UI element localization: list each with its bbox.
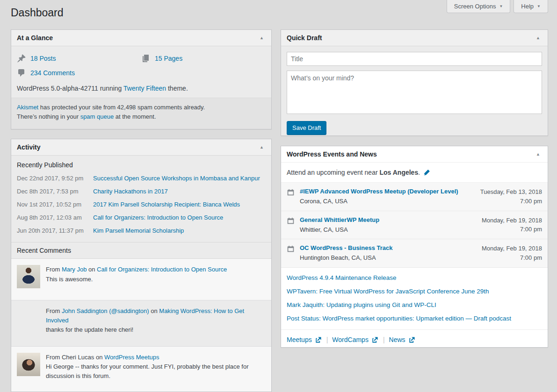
draft-title-input[interactable] bbox=[287, 52, 542, 66]
wordcamps-label: WordCamps bbox=[332, 336, 369, 343]
event-location: Huntington Beach, CA, USA bbox=[300, 254, 463, 263]
edit-city-pencil-icon[interactable] bbox=[423, 169, 431, 176]
pages-link[interactable]: 15 Pages bbox=[155, 55, 182, 62]
chevron-down-icon: ▼ bbox=[537, 5, 541, 8]
event-datetime: Monday, Feb 19, 2018 7:00 pm bbox=[468, 216, 542, 235]
news-link[interactable]: Post Status: WordPress market opportunit… bbox=[287, 312, 542, 325]
meetups-link[interactable]: Meetups bbox=[287, 336, 322, 343]
version-text: WordPress 5.0-alpha-42711 running bbox=[17, 85, 123, 92]
help-button[interactable]: Help ▼ bbox=[514, 0, 548, 13]
comment-text: Hi George -- thanks for your comment. Ju… bbox=[46, 362, 266, 380]
event-title-link[interactable]: OC WordPress - Business Track bbox=[300, 244, 392, 253]
published-row: Jun 20th 2017, 11:37 pm Kim Parsell Memo… bbox=[17, 227, 266, 234]
published-post-link[interactable]: 2017 Kim Parsell Scholarship Recipient: … bbox=[93, 201, 240, 208]
at-a-glance-body: 18 Posts 15 Pages 234 Comments WordPress… bbox=[11, 46, 271, 98]
comment-from-label: From bbox=[46, 266, 62, 273]
attend-text: Attend an upcoming event near Los Angele… bbox=[287, 169, 420, 176]
akismet-line2: There’s nothing in your spam queue at th… bbox=[17, 112, 266, 121]
right-column: Quick Draft ▲ Save Draft WordPress Event… bbox=[281, 29, 548, 348]
comment-text: thanks for the update here cheri! bbox=[46, 325, 266, 335]
comment-author-link[interactable]: Mary Job bbox=[62, 266, 87, 273]
footer-divider: | bbox=[383, 336, 385, 343]
avatar bbox=[17, 265, 40, 288]
collapse-toggle-icon[interactable]: ▲ bbox=[534, 150, 542, 158]
page-title: Dashboard bbox=[11, 7, 64, 19]
comment-from-label: From Cheri Lucas on bbox=[46, 354, 104, 361]
news-links-list: WordPress 4.9.4 Maintenance Release WPTa… bbox=[281, 268, 548, 329]
published-row: Nov 1st 2017, 10:52 pm 2017 Kim Parsell … bbox=[17, 201, 266, 208]
quick-draft-body: Save Draft bbox=[281, 46, 548, 136]
akismet-line1: Akismet has protected your site from 42,… bbox=[17, 103, 266, 112]
glance-counts: 18 Posts 15 Pages 234 Comments bbox=[17, 54, 266, 78]
published-post-link[interactable]: Call for Organizers: Introduction to Ope… bbox=[93, 214, 223, 221]
draft-content-textarea[interactable] bbox=[287, 71, 542, 114]
calendar-icon bbox=[287, 188, 295, 196]
published-post-link[interactable]: Successful Open Source Workshops in Momb… bbox=[93, 175, 260, 182]
event-title-link[interactable]: #IEWP Advanced WordPress Meetup (Develop… bbox=[300, 187, 458, 196]
widget-title: WordPress Events and News bbox=[287, 150, 377, 158]
comment-item: From John Saddington (@saddington) on Ma… bbox=[11, 300, 271, 347]
meetups-label: Meetups bbox=[287, 336, 312, 343]
published-post-link[interactable]: Charity Hackathons in 2017 bbox=[93, 188, 168, 195]
event-datetime: Tuesday, Feb 13, 2018 7:00 pm bbox=[468, 187, 542, 206]
event-city: Los Angeles bbox=[379, 169, 418, 176]
published-row: Dec 8th 2017, 7:53 pm Charity Hackathons… bbox=[17, 188, 266, 195]
comments-count-item: 234 Comments bbox=[17, 68, 141, 78]
event-date: Monday, Feb 19, 2018 bbox=[468, 244, 542, 253]
dashboard-page: { "page": { "title": "Dashboard" }, "too… bbox=[0, 0, 557, 392]
event-item: #IEWP Advanced WordPress Meetup (Develop… bbox=[281, 183, 548, 211]
posts-count-item: 18 Posts bbox=[17, 54, 141, 63]
event-time: 7:00 pm bbox=[468, 197, 542, 206]
collapse-toggle-icon[interactable]: ▲ bbox=[258, 34, 266, 42]
screen-meta-tabs: Screen Options ▼ Help ▼ bbox=[447, 0, 548, 13]
version-suffix: theme. bbox=[166, 85, 188, 92]
event-datetime: Monday, Feb 19, 2018 7:00 pm bbox=[468, 244, 542, 263]
event-main: General WhittierWP Meetup Whittier, CA, … bbox=[300, 216, 463, 235]
pages-count-item: 15 Pages bbox=[141, 54, 266, 63]
theme-link[interactable]: Twenty Fifteen bbox=[123, 85, 166, 92]
news-footer-link[interactable]: News bbox=[389, 336, 416, 343]
comment-post-link[interactable]: WordPress Meetups bbox=[104, 354, 159, 361]
comment-body: From Mary Job on Call for Organizers: In… bbox=[46, 265, 266, 288]
save-draft-button[interactable]: Save Draft bbox=[287, 121, 326, 135]
comment-item: From Cheri Lucas on WordPress Meetups Hi… bbox=[11, 347, 271, 392]
calendar-icon bbox=[287, 245, 295, 253]
event-title-link[interactable]: General WhittierWP Meetup bbox=[300, 216, 379, 225]
calendar-icon bbox=[287, 217, 295, 225]
akismet-link[interactable]: Akismet bbox=[17, 104, 38, 111]
comment-from-label: From bbox=[46, 307, 62, 314]
events-news-header: WordPress Events and News ▲ bbox=[281, 146, 548, 163]
news-link[interactable]: Mark Jaquith: Updating plugins using Git… bbox=[287, 298, 542, 312]
chevron-down-icon: ▼ bbox=[499, 5, 503, 8]
collapse-toggle-icon[interactable]: ▲ bbox=[258, 143, 266, 151]
posts-link[interactable]: 18 Posts bbox=[30, 55, 56, 62]
collapse-toggle-icon[interactable]: ▲ bbox=[534, 34, 542, 42]
akismet-notice: Akismet has protected your site from 42,… bbox=[11, 98, 271, 129]
comment-author-link[interactable]: John Saddington (@saddington) bbox=[62, 307, 149, 314]
published-date: Dec 22nd 2017, 9:52 pm bbox=[17, 175, 93, 182]
recently-published-heading: Recently Published bbox=[17, 161, 266, 169]
event-date: Monday, Feb 19, 2018 bbox=[468, 216, 542, 225]
comments-link[interactable]: 234 Comments bbox=[30, 69, 75, 77]
quick-draft-header: Quick Draft ▲ bbox=[281, 30, 548, 46]
comment-on-label: on bbox=[87, 266, 97, 273]
wordcamps-link[interactable]: WordCamps bbox=[332, 336, 379, 343]
footer-divider: | bbox=[326, 336, 328, 343]
left-column: At a Glance ▲ 18 Posts 15 Pages 234 Comm… bbox=[11, 29, 272, 392]
spam-queue-link[interactable]: spam queue bbox=[80, 113, 114, 120]
comment-meta: From John Saddington (@saddington) on Ma… bbox=[46, 306, 266, 325]
comment-meta: From Cheri Lucas on WordPress Meetups bbox=[46, 353, 266, 362]
published-post-link[interactable]: Kim Parsell Memorial Scholarship bbox=[93, 227, 184, 234]
comment-post-link[interactable]: Call for Organizers: Introduction to Ope… bbox=[97, 266, 227, 273]
published-date: Jun 20th 2017, 11:37 pm bbox=[17, 227, 93, 234]
external-link-icon bbox=[371, 336, 379, 343]
news-link[interactable]: WPTavern: Free Virtual WordPress for Jav… bbox=[287, 285, 542, 298]
widget-title: Quick Draft bbox=[287, 34, 322, 42]
screen-options-button[interactable]: Screen Options ▼ bbox=[447, 0, 511, 13]
event-date: Tuesday, Feb 13, 2018 bbox=[468, 187, 542, 197]
activity-header: Activity ▲ bbox=[11, 139, 271, 156]
attend-suffix: . bbox=[418, 169, 420, 176]
news-link[interactable]: WordPress 4.9.4 Maintenance Release bbox=[287, 271, 542, 285]
recently-published-section: Recently Published Dec 22nd 2017, 9:52 p… bbox=[11, 156, 271, 242]
attend-prefix: Attend an upcoming event near bbox=[287, 169, 379, 176]
